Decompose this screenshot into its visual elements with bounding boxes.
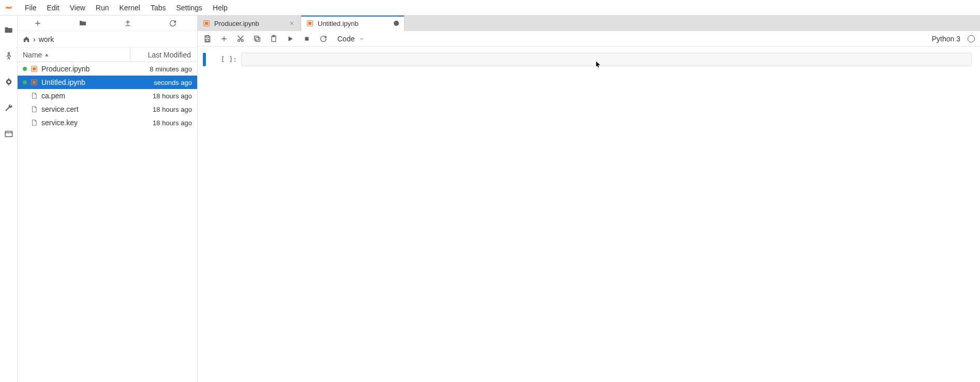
file-name: Producer.ipynb (41, 65, 127, 73)
tab-label: Untitled.ipynb (318, 20, 359, 27)
file-modified: 8 minutes ago (130, 65, 192, 73)
paste-button[interactable] (269, 34, 278, 43)
menubar: File Edit View Run Kernel Tabs Settings … (0, 0, 980, 16)
menu-settings[interactable]: Settings (171, 0, 208, 16)
save-button[interactable] (203, 34, 212, 43)
file-modified: 18 hours ago (130, 106, 192, 113)
column-modified[interactable]: Last Modified (130, 48, 197, 62)
menu-run[interactable]: Run (91, 0, 114, 16)
home-icon[interactable] (23, 36, 30, 43)
notebook-tab[interactable]: Producer.ipynb (198, 16, 301, 31)
folder-icon[interactable] (4, 25, 14, 35)
tabs-icon[interactable] (4, 128, 14, 139)
svg-point-2 (7, 81, 10, 83)
insert-cell-button[interactable] (219, 34, 229, 43)
close-icon[interactable] (288, 20, 295, 27)
cell-input[interactable] (241, 53, 972, 66)
chevron-down-icon (359, 36, 365, 42)
file-modified: 18 hours ago (130, 119, 192, 127)
notebook-tab[interactable]: Untitled.ipynb (301, 16, 405, 31)
svg-point-0 (8, 52, 9, 54)
new-launcher-button[interactable] (34, 19, 46, 27)
menu-edit[interactable]: Edit (42, 0, 65, 16)
document-area: Producer.ipynbUntitled.ipynb (198, 16, 980, 382)
menu-file[interactable]: File (20, 0, 42, 16)
breadcrumb-item[interactable]: work (39, 35, 54, 43)
activity-bar (0, 16, 18, 382)
svg-rect-18 (256, 37, 260, 41)
file-row[interactable]: ca.pem18 hours ago (18, 89, 197, 102)
file-row[interactable]: Untitled.ipynbseconds ago (18, 76, 197, 89)
cell-type-label: Code (337, 35, 354, 43)
file-browser: › work Name ▲ Last Modified Producer.ipy… (18, 16, 198, 382)
file-list: Producer.ipynb8 minutes agoUntitled.ipyn… (18, 62, 197, 382)
file-icon (30, 119, 38, 127)
code-cell[interactable]: [ ]: (203, 53, 975, 66)
file-row[interactable]: service.cert18 hours ago (18, 102, 197, 116)
svg-rect-11 (205, 22, 208, 25)
notebook-toolbar: Code Python 3 (198, 31, 980, 47)
notebook-icon (306, 20, 314, 27)
file-browser-toolbar (18, 16, 197, 31)
file-row[interactable]: Producer.ipynb8 minutes ago (18, 62, 197, 76)
notebook-icon (203, 20, 210, 27)
cell-marker (203, 53, 206, 66)
svg-rect-9 (33, 81, 36, 84)
wrench-icon[interactable] (4, 102, 14, 113)
breadcrumb-separator: › (33, 35, 36, 43)
svg-rect-14 (206, 36, 209, 37)
file-modified: seconds ago (130, 79, 192, 86)
copy-button[interactable] (253, 34, 262, 43)
menu-view[interactable]: View (65, 0, 91, 16)
menu-kernel[interactable]: Kernel (114, 0, 145, 16)
column-name[interactable]: Name ▲ (18, 51, 130, 59)
notebook-icon (30, 78, 38, 86)
jupyter-logo-icon (3, 2, 14, 13)
file-row[interactable]: service.key18 hours ago (18, 116, 197, 129)
restart-kernel-button[interactable] (319, 34, 328, 43)
file-name: ca.pem (41, 92, 127, 100)
svg-rect-22 (305, 37, 309, 40)
file-name: service.cert (41, 105, 127, 113)
upload-button[interactable] (124, 19, 136, 27)
running-indicator-icon (23, 107, 27, 111)
tab-bar: Producer.ipynbUntitled.ipynb (198, 16, 980, 31)
svg-rect-7 (33, 67, 36, 70)
svg-rect-4 (8, 84, 9, 86)
running-indicator-icon (23, 80, 27, 84)
cut-button[interactable] (236, 34, 245, 43)
main-area: › work Name ▲ Last Modified Producer.ipy… (0, 16, 980, 382)
kernel-name[interactable]: Python 3 (932, 35, 960, 43)
run-button[interactable] (286, 34, 295, 43)
tab-label: Producer.ipynb (214, 20, 259, 27)
notebook-cells: [ ]: (198, 47, 980, 382)
file-list-header: Name ▲ Last Modified (18, 48, 197, 62)
stop-button[interactable] (302, 34, 311, 43)
refresh-button[interactable] (169, 19, 181, 27)
cell-type-select[interactable]: Code (335, 35, 367, 43)
svg-rect-13 (308, 22, 311, 25)
file-name: service.key (41, 119, 127, 127)
svg-rect-5 (5, 131, 12, 137)
file-icon (30, 92, 38, 100)
cell-prompt: [ ]: (215, 53, 241, 66)
menu-help[interactable]: Help (207, 0, 233, 16)
running-indicator-icon (23, 94, 27, 98)
svg-rect-19 (255, 36, 259, 40)
sort-ascending-icon: ▲ (44, 52, 49, 57)
unsaved-indicator-icon (394, 21, 399, 26)
breadcrumb[interactable]: › work (18, 31, 197, 48)
file-modified: 18 hours ago (130, 92, 192, 100)
running-indicator-icon (23, 67, 27, 71)
new-folder-button[interactable] (79, 19, 91, 27)
running-indicator-icon (23, 121, 27, 125)
menu-tabs[interactable]: Tabs (145, 0, 171, 16)
file-icon (30, 105, 38, 113)
commands-icon[interactable] (4, 77, 14, 87)
file-name: Untitled.ipynb (41, 78, 127, 86)
notebook-panel: Code Python 3 [ ]: (198, 31, 980, 382)
running-icon[interactable] (4, 51, 14, 61)
svg-rect-3 (8, 78, 9, 80)
kernel-status-icon[interactable] (968, 35, 975, 42)
svg-rect-15 (206, 39, 209, 41)
